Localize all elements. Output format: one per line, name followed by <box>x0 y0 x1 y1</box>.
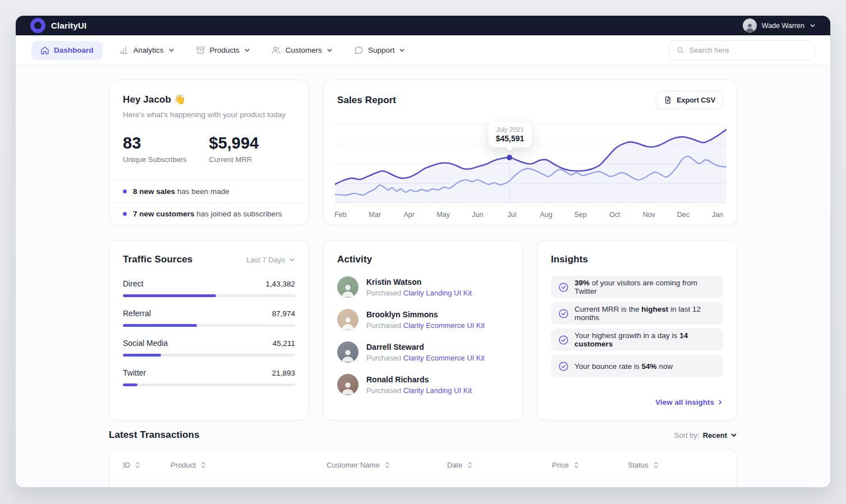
insight-item: Your bounce rate is 54% now <box>551 355 723 377</box>
nav-item-support[interactable]: Support <box>354 45 405 55</box>
nav-item-dashboard[interactable]: Dashboard <box>31 41 103 60</box>
nav-item-products[interactable]: Products <box>196 45 250 55</box>
topbar: ClarityUI Wade Warren <box>16 16 830 35</box>
column-header-customer-name[interactable]: Customer Name <box>327 461 447 469</box>
month-label: Mar <box>369 211 381 219</box>
welcome-subtitle: Here's what's happening with your produc… <box>123 110 295 119</box>
sort-by-label: Sort by: <box>674 431 700 440</box>
chevron-down-icon <box>399 47 405 53</box>
chevron-down-icon <box>730 432 737 438</box>
traffic-label: Direct <box>123 279 144 288</box>
activity-action: Purchased <box>366 289 401 297</box>
activity-action: Purchased <box>366 386 401 395</box>
month-label: May <box>436 211 450 219</box>
sort-icon <box>654 461 659 469</box>
view-all-insights-link[interactable]: View all insights <box>655 398 723 406</box>
chart-tooltip: July 2021 $45,591 <box>489 122 532 147</box>
date-range-value: Last 7 Days <box>246 256 285 264</box>
traffic-row-social-media: Social Media45,211 <box>123 339 295 357</box>
search-bar[interactable] <box>669 40 815 61</box>
date-range-select[interactable]: Last 7 Days <box>246 256 295 264</box>
column-label: Product <box>171 461 196 469</box>
activity-title: Activity <box>337 254 509 265</box>
sort-icon <box>467 461 472 469</box>
month-label: Dec <box>677 211 689 219</box>
activity-action: Purchased <box>366 321 401 330</box>
column-header-product[interactable]: Product <box>171 461 327 469</box>
nav-label: Support <box>368 46 394 54</box>
avatar <box>337 374 358 395</box>
feed-text: 7 new customers has joined as subscriber… <box>133 210 282 218</box>
export-csv-button[interactable]: Export CSV <box>656 91 723 109</box>
wave-emoji: 👋 <box>174 94 186 105</box>
check-circle-icon <box>558 308 569 319</box>
tooltip-value: $45,591 <box>496 134 525 143</box>
month-label: Jun <box>472 211 483 219</box>
activity-description: Purchased Clarity Landing UI Kit <box>366 386 472 395</box>
chat-bubble-icon <box>354 45 364 55</box>
sort-icon <box>135 461 140 469</box>
month-label: Aug <box>540 211 552 219</box>
insight-text: Your highest growth in a day is 14 custo… <box>574 331 716 348</box>
table-row[interactable] <box>109 480 737 487</box>
brand-logo-icon <box>30 18 45 33</box>
activity-user-name: Kristin Watson <box>366 278 472 286</box>
month-label: Oct <box>609 211 620 219</box>
file-download-icon <box>664 96 672 104</box>
activity-description: Purchased Clarity Ecommerce UI Kit <box>366 321 485 330</box>
column-header-status[interactable]: Status <box>628 461 695 469</box>
progress-fill <box>123 383 137 386</box>
feed-item-sales: 8 new sales has been made <box>109 180 309 202</box>
avatar <box>337 309 358 330</box>
activity-description: Purchased Clarity Ecommerce UI Kit <box>366 354 485 362</box>
column-header-id[interactable]: ID <box>123 461 171 469</box>
sort-icon <box>574 461 579 469</box>
traffic-value: 87,974 <box>272 309 295 318</box>
content-area: Hey Jacob 👋 Here's what's happening with… <box>16 66 830 487</box>
person-icon <box>340 315 356 330</box>
view-all-insights-label: View all insights <box>655 398 714 406</box>
month-label: Sep <box>574 211 587 219</box>
activity-item: Darrell StewardPurchased Clarity Ecommer… <box>337 341 509 363</box>
traffic-row-twitter: Twitter21,893 <box>123 368 295 386</box>
nav-item-analytics[interactable]: Analytics <box>119 45 174 55</box>
feed-text: 8 new sales has been made <box>133 187 229 196</box>
column-label: Customer Name <box>327 461 380 469</box>
insight-item: 39% of your visitors are coming from Twi… <box>551 276 723 298</box>
welcome-card: Hey Jacob 👋 Here's what's happening with… <box>109 80 309 225</box>
activity-product-link[interactable]: Clarity Landing UI Kit <box>403 289 472 297</box>
traffic-label: Referral <box>123 309 151 318</box>
sort-icon <box>385 461 390 469</box>
month-label: Jan <box>712 211 723 219</box>
chart-point-marker <box>507 155 512 160</box>
activity-item: Ronald RichardsPurchased Clarity Landing… <box>337 374 509 395</box>
activity-product-link[interactable]: Clarity Landing UI Kit <box>403 386 472 395</box>
stat-value: $5,994 <box>209 134 296 152</box>
sales-report-title: Sales Report <box>337 95 396 106</box>
insight-text: 39% of your visitors are coming from Twi… <box>574 279 716 295</box>
chevron-down-icon <box>244 47 250 53</box>
column-header-price[interactable]: Price <box>552 461 628 469</box>
activity-product-link[interactable]: Clarity Ecommerce UI Kit <box>403 321 485 330</box>
nav-item-customers[interactable]: Customers <box>272 45 333 55</box>
traffic-value: 45,211 <box>273 339 295 348</box>
activity-user-name: Brooklyn Simmons <box>366 310 485 319</box>
search-input[interactable] <box>689 46 807 54</box>
user-menu[interactable]: Wade Warren <box>743 19 816 33</box>
month-label: Feb <box>334 211 347 219</box>
stat-label: Current MRR <box>209 155 296 164</box>
sort-by-select[interactable]: Sort by: Recent <box>674 431 737 440</box>
sales-report-card: Sales Report Export CSV <box>323 80 737 225</box>
progress-fill <box>123 354 161 357</box>
activity-product-link[interactable]: Clarity Ecommerce UI Kit <box>403 354 485 362</box>
sales-chart[interactable]: FebMarAprMayJunJulAugSepOctNovDecJan Jul… <box>335 117 725 223</box>
insights-card: Insights 39% of your visitors are coming… <box>537 240 737 420</box>
main-nav: Dashboard Analytics Products Customer <box>16 35 830 66</box>
sort-by-value: Recent <box>703 431 727 440</box>
chevron-down-icon <box>168 47 174 53</box>
progress-fill <box>123 294 216 297</box>
column-header-date[interactable]: Date <box>447 461 552 469</box>
table-header-row: IDProductCustomer NameDatePriceStatus <box>109 450 737 480</box>
chevron-down-icon <box>327 47 333 53</box>
stat-unique-subscribers: 83 Unique Subscribers <box>123 134 209 164</box>
